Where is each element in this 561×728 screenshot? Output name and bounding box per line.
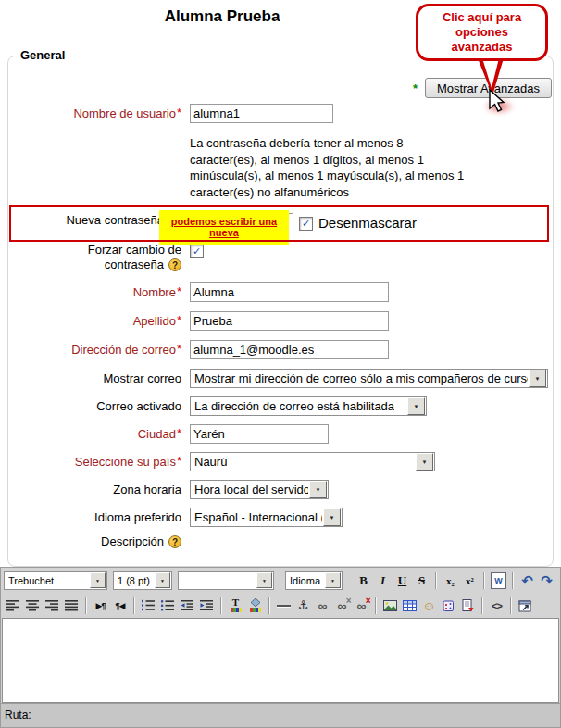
force-password-row: Forzar cambio de contraseña ? ✓: [0, 243, 561, 272]
country-row: Seleccione su país* Naurú ▼: [0, 452, 561, 471]
description-label: Descripción ?: [0, 534, 190, 549]
dropdown-arrow-icon[interactable]: ▼: [407, 397, 425, 415]
subscript-button[interactable]: x₂: [441, 571, 460, 591]
clean-word-html-button[interactable]: W: [489, 571, 508, 591]
language-row: Idioma preferido Español - Internacional…: [0, 508, 561, 527]
undo-button[interactable]: ↶: [517, 571, 537, 591]
indent-icon: [200, 599, 214, 611]
font-color-icon: T: [231, 598, 242, 612]
firstname-label: Nombre*: [0, 282, 190, 300]
direction-rtl-button[interactable]: ¶◀: [110, 596, 130, 616]
email-enabled-value: La dirección de correo está habilitada: [191, 399, 394, 413]
underline-button[interactable]: U: [393, 571, 412, 591]
align-right-button[interactable]: [43, 596, 62, 616]
remove-link-button[interactable]: ∞×: [332, 596, 352, 616]
insert-smiley-button[interactable]: ☺: [419, 596, 439, 616]
insert-table-icon: [403, 600, 417, 611]
editor-textarea[interactable]: [2, 618, 559, 703]
force-password-label: Forzar cambio de contraseña ?: [0, 243, 190, 272]
force-password-checkbox[interactable]: ✓: [190, 245, 204, 258]
firstname-label-text: Nombre: [133, 285, 176, 299]
mouse-cursor-icon: [488, 89, 506, 113]
word-letter: W: [494, 576, 503, 585]
force-password-label-line1: Forzar cambio de: [0, 243, 181, 257]
insert-table-button[interactable]: [400, 596, 419, 616]
lastname-input[interactable]: [190, 311, 389, 331]
language-select[interactable]: Español - Internacional (es) ▼: [190, 508, 343, 527]
format-select[interactable]: ▼: [178, 571, 274, 590]
search-replace-button[interactable]: [458, 596, 478, 616]
city-row: Ciudad*: [0, 424, 561, 444]
callout-bubble: Clic aquí para opciones avanzadas: [416, 4, 548, 61]
enlarge-editor-button[interactable]: [516, 596, 535, 616]
font-color-button[interactable]: T: [226, 596, 245, 616]
align-center-button[interactable]: [23, 596, 43, 616]
highlight-color-button[interactable]: [245, 596, 265, 616]
html-editor: Trebuchet ▼ 1 (8 pt) ▼ ▼ Idioma ▼ B I U …: [0, 567, 561, 728]
bold-button[interactable]: B: [354, 571, 373, 591]
align-justify-icon: [65, 599, 79, 611]
city-input[interactable]: [190, 424, 329, 444]
lastname-label-text: Apellido: [133, 314, 176, 328]
insert-image-button[interactable]: [380, 596, 400, 616]
indent-button[interactable]: [197, 596, 217, 616]
dropdown-arrow-icon[interactable]: ▼: [416, 453, 433, 471]
username-label-text: Nombre de usuario: [73, 107, 176, 120]
email-input[interactable]: [190, 340, 389, 359]
help-icon[interactable]: ?: [168, 258, 181, 271]
description-label-text: Descripción: [101, 534, 164, 549]
callout-line: avanzadas: [420, 40, 543, 55]
align-justify-button[interactable]: [62, 596, 81, 616]
html-source-button[interactable]: <>: [487, 596, 506, 616]
dropdown-arrow-icon[interactable]: ▼: [256, 572, 272, 588]
lastname-label: Apellido*: [0, 311, 190, 329]
anchor-icon: ⚓: [298, 598, 309, 612]
editor-path-label: Ruta:: [5, 709, 31, 722]
password-policy-row: La contraseña debería tener al menos 8 c…: [0, 135, 561, 200]
country-select[interactable]: Naurú ▼: [190, 452, 435, 471]
editor-language-value: Idioma: [286, 575, 320, 586]
force-password-label-line2-wrap: contraseña ?: [0, 257, 181, 272]
timezone-select[interactable]: Hora local del servidor ▼: [190, 480, 329, 499]
horizontal-rule-button[interactable]: [274, 596, 293, 616]
prevent-autolink-button[interactable]: ∞×: [352, 596, 371, 616]
html-source-icon: <>: [492, 600, 502, 611]
ordered-list-button[interactable]: [139, 596, 158, 616]
password-policy-text: La contraseña debería tener al menos 8 c…: [190, 135, 464, 200]
font-family-value: Trebuchet: [5, 575, 54, 586]
align-center-icon: [26, 599, 40, 611]
dropdown-arrow-icon[interactable]: ▼: [529, 370, 546, 387]
dropdown-arrow-icon[interactable]: ▼: [90, 572, 106, 588]
rtl-icon: ¶◀: [116, 601, 125, 610]
insert-link-button[interactable]: ∞: [313, 596, 332, 616]
dropdown-arrow-icon[interactable]: ▼: [323, 508, 341, 526]
align-left-button[interactable]: [4, 596, 23, 616]
font-size-select[interactable]: 1 (8 pt) ▼: [113, 571, 172, 590]
redo-button[interactable]: ↷: [537, 571, 556, 591]
firstname-input[interactable]: [190, 282, 389, 302]
timezone-label: Zona horaria: [0, 480, 190, 497]
font-family-select[interactable]: Trebuchet ▼: [4, 571, 107, 590]
color-grid: [231, 608, 242, 612]
force-password-label-line2: contraseña: [105, 257, 164, 272]
outdent-button[interactable]: [178, 596, 197, 616]
username-input[interactable]: [190, 104, 333, 123]
password-policy-spacer: [0, 135, 190, 138]
help-icon[interactable]: ?: [168, 535, 181, 548]
insert-character-button[interactable]: [439, 596, 458, 616]
strikethrough-button[interactable]: S: [412, 571, 431, 591]
superscript-button[interactable]: x²: [460, 571, 480, 591]
dropdown-arrow-icon[interactable]: ▼: [309, 481, 327, 498]
direction-ltr-button[interactable]: ▶¶: [91, 596, 110, 616]
dropdown-arrow-icon[interactable]: ▼: [325, 572, 341, 588]
email-enabled-select[interactable]: La dirección de correo está habilitada ▼: [190, 396, 427, 416]
anchor-button[interactable]: ⚓: [293, 596, 313, 616]
editor-path-bar: Ruta:: [1, 703, 560, 727]
italic-button[interactable]: I: [373, 571, 393, 591]
email-display-select[interactable]: Mostrar mi dirección de correo sólo a mi…: [190, 369, 548, 388]
email-display-row: Mostrar correo Mostrar mi dirección de c…: [0, 369, 561, 388]
editor-language-select[interactable]: Idioma ▼: [285, 571, 343, 590]
dropdown-arrow-icon[interactable]: ▼: [155, 572, 170, 588]
bullet-list-button[interactable]: [158, 596, 178, 616]
lastname-row: Apellido*: [0, 311, 561, 331]
